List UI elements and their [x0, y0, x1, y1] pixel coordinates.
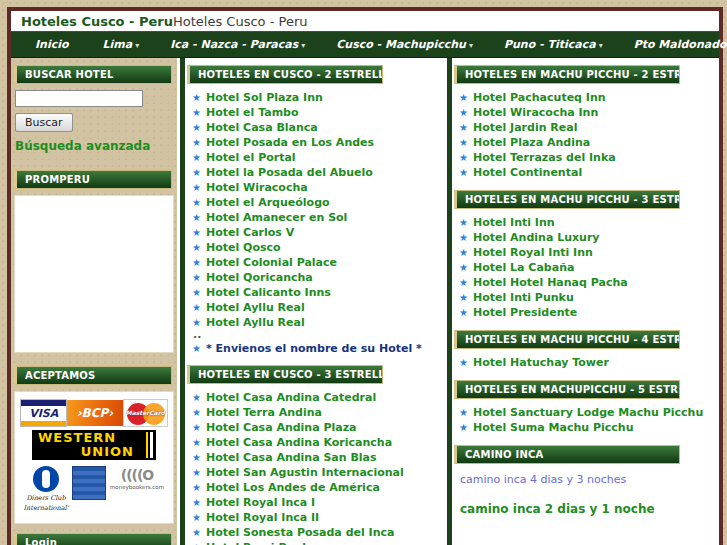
hotel-link[interactable]: Hotel Los Andes de América [206, 481, 380, 494]
hotel-row: ★Hotel Sonesta Posada del Inca [187, 525, 446, 540]
hotel-row: ★Hotel Suma Machu Picchu [454, 420, 719, 435]
camino-inca-2d1n-link[interactable]: camino inca 2 dias y 1 noche [454, 486, 719, 516]
hotel-link[interactable]: Hotel Ayllu Real [206, 316, 305, 329]
diners-club-line2: International' [20, 504, 72, 512]
hotel-link[interactable]: Hotel Royal Inca I [206, 496, 315, 509]
star-icon: ★ [192, 228, 206, 238]
nav-item-label: Ica - Nazca - Paracas [170, 38, 298, 51]
hotel-row: ★Hotel Casa Blanca [187, 120, 446, 135]
western-union-line2: UNION [38, 445, 152, 459]
hotel-link[interactable]: Hotel Jardin Real [473, 121, 577, 134]
hotel-row: ★Hotel Hatuchay Tower [454, 355, 719, 370]
hotel-link[interactable]: Hotel Casa Andina Catedral [206, 391, 376, 404]
hotel-link[interactable]: Hotel Sol Plaza Inn [206, 91, 323, 104]
machupicchu-2-stars-header: HOTELES EN MACHU PICCHU - 2 ESTRELLAS [454, 65, 680, 84]
nav-item-label: Inicio [35, 38, 69, 51]
machupicchu-5-stars-list: ★Hotel Sanctuary Lodge Machu Picchu ★Hot… [454, 405, 719, 435]
star-icon: ★ [459, 263, 473, 273]
western-union-logo: WESTERN UNION [32, 430, 156, 460]
hotel-link[interactable]: Hotel Hatuchay Tower [473, 356, 609, 369]
nav-menu-item[interactable]: Puno - Titicaca▾ [494, 38, 624, 51]
hotel-row: ★Hotel Terra Andina [187, 405, 446, 420]
search-button[interactable]: Buscar [15, 113, 73, 132]
hotel-link[interactable]: Hotel Presidente [473, 306, 577, 319]
camino-inca-4d3n-link[interactable]: camino inca 4 dias y 3 noches [454, 470, 719, 486]
star-icon: ★ [192, 138, 206, 148]
western-union-bars [146, 432, 153, 458]
cusco-3-stars-header: HOTELES EN CUSCO - 3 ESTRELLAS [187, 365, 383, 384]
hotel-link[interactable]: Hotel Andina Luxury [473, 231, 600, 244]
star-icon: ★ [192, 498, 206, 508]
advanced-search-link[interactable]: Búsqueda avanzada [15, 139, 150, 153]
hotel-link[interactable]: Hotel Carlos V [206, 226, 294, 239]
hotel-link[interactable]: Hotel Sanctuary Lodge Machu Picchu [473, 406, 703, 419]
hotel-link[interactable]: Hotel Inti Inn [473, 216, 555, 229]
hotel-link[interactable]: Hotel La Cabaña [473, 261, 574, 274]
hotel-link[interactable]: Hotel Plaza Andina [473, 136, 590, 149]
nav-menu-item[interactable]: Cusco - Machupicchu▾ [326, 38, 494, 51]
hotel-link[interactable]: Hotel Royal Inca II [206, 511, 319, 524]
hotel-row: ★Hotel Amanecer en Sol [187, 210, 446, 225]
hotel-link[interactable]: Hotel Casa Andina San Blas [206, 451, 377, 464]
site-title-regular: Hoteles Cusco - Peru [173, 14, 307, 29]
hotel-link[interactable]: Hotel Royal Inti Inn [473, 246, 593, 259]
star-icon: ★ [192, 408, 206, 418]
nav-menu-item[interactable]: Inicio [25, 38, 93, 51]
send-hotel-name-link[interactable]: * Envienos el nombre de su Hotel * [206, 342, 422, 355]
hotel-row: ★Hotel Ayllu Real [187, 300, 446, 315]
hotel-row: ★Hotel Hotel Hanaq Pacha [454, 275, 719, 290]
star-icon: ★ [459, 218, 473, 228]
hotel-link[interactable]: Hotel Wiracocha Inn [473, 106, 598, 119]
hotel-link[interactable]: Hotel Rumi Punku [206, 541, 317, 545]
hotel-row: ★Hotel Ayllu Real [187, 315, 446, 330]
page-title: Hoteles Cusco - PeruHoteles Cusco - Peru [11, 11, 719, 31]
login-section: Login Nombre: Contraseña: Recordar [14, 533, 174, 545]
search-input[interactable] [15, 90, 143, 107]
hotel-link[interactable]: Hotel Casa Andina Koricancha [206, 436, 392, 449]
hotel-link[interactable]: Hotel Casa Blanca [206, 121, 318, 134]
payment-row-1: VISA ›BCP› MasterCard [20, 399, 168, 427]
bcp-logo: ›BCP› [67, 400, 122, 426]
hotel-link[interactable]: Hotel el Tambo [206, 106, 299, 119]
search-section: BUSCAR HOTEL Buscar Búsqueda avanzada [14, 65, 174, 167]
hotel-link[interactable]: Hotel Wiracocha [206, 181, 308, 194]
hotel-link[interactable]: Hotel Qoricancha [206, 271, 313, 284]
nav-menu-item[interactable]: Lima▾ [93, 38, 161, 51]
nav-menu-item[interactable]: Ica - Nazca - Paracas▾ [160, 38, 326, 51]
hotel-link[interactable]: Hotel Terrazas del Inka [473, 151, 616, 164]
moneybookers-label: moneybookers.com [106, 484, 168, 490]
visa-gold-band [21, 421, 66, 427]
hotel-link[interactable]: Hotel Pachacuteq Inn [473, 91, 606, 104]
hotel-row: ★Hotel Rumi Punku [187, 540, 446, 545]
dots-separator: .. [187, 330, 446, 341]
hotel-link[interactable]: Hotel Sonesta Posada del Inca [206, 526, 394, 539]
chevron-down-icon: ▾ [135, 41, 139, 50]
star-icon: ★ [192, 123, 206, 133]
hotel-link[interactable]: Hotel Continental [473, 166, 582, 179]
hotel-link[interactable]: Hotel Ayllu Real [206, 301, 305, 314]
hotel-link[interactable]: Hotel el Arqueólogo [206, 196, 330, 209]
hotel-link[interactable]: Hotel San Agustin Internacional [206, 466, 404, 479]
hotel-link[interactable]: Hotel Calicanto Inns [206, 286, 331, 299]
hotel-link[interactable]: Hotel Posada en Los Andes [206, 136, 374, 149]
hotel-link[interactable]: Hotel Amanecer en Sol [206, 211, 347, 224]
hotel-link[interactable]: Hotel el Portal [206, 151, 296, 164]
machupicchu-4-stars-header: HOTELES EN MACHU PICCHU - 4 ESTRELLAS [454, 330, 680, 349]
hotel-link[interactable]: Hotel Inti Punku [473, 291, 574, 304]
hotel-link[interactable]: Hotel Hotel Hanaq Pacha [473, 276, 628, 289]
nav-menu-item[interactable]: Pto Maldonado▾ [624, 38, 727, 51]
hotel-link[interactable]: Hotel Qosco [206, 241, 281, 254]
hotel-row: ★Hotel Presidente [454, 305, 719, 320]
star-icon: ★ [192, 273, 206, 283]
hotel-link[interactable]: Hotel Casa Andina Plaza [206, 421, 357, 434]
hotel-link[interactable]: Hotel Terra Andina [206, 406, 322, 419]
hotel-link[interactable]: Hotel Colonial Palace [206, 256, 337, 269]
nav-item-label: Cusco - Machupicchu [336, 38, 466, 51]
hotel-row: ★Hotel Casa Andina Catedral [187, 390, 446, 405]
hotel-link[interactable]: Hotel Suma Machu Picchu [473, 421, 633, 434]
hotel-row: ★Hotel la Posada del Abuelo [187, 165, 446, 180]
star-icon: ★ [192, 168, 206, 178]
hotel-link[interactable]: Hotel la Posada del Abuelo [206, 166, 373, 179]
star-icon: ★ [459, 423, 473, 433]
main-nav: Inicio Lima▾ Ica - Nazca - Paracas▾ Cusc… [11, 31, 719, 58]
